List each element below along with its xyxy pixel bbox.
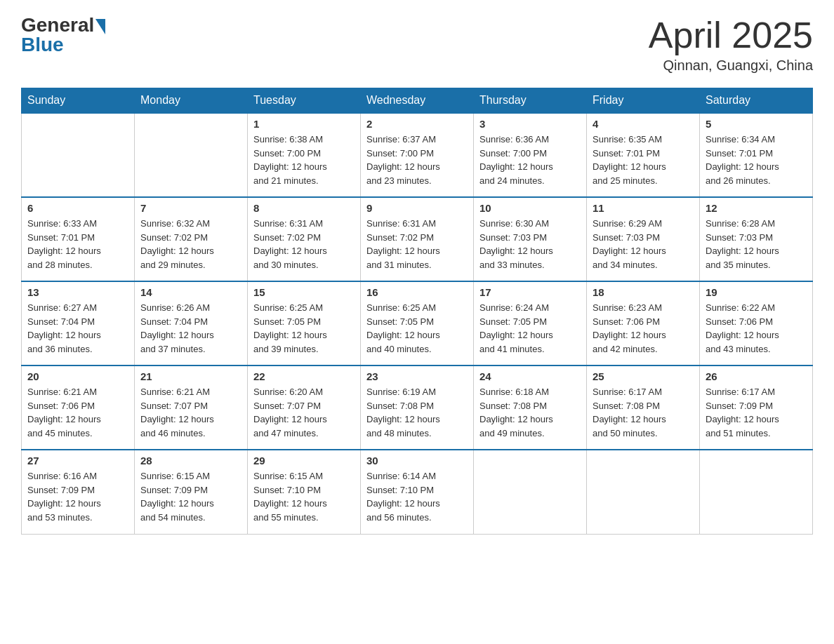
calendar-day-cell: 1Sunrise: 6:38 AMSunset: 7:00 PMDaylight…: [248, 113, 361, 197]
day-info: Sunrise: 6:31 AMSunset: 7:02 PMDaylight:…: [253, 217, 355, 271]
calendar-title: April 2025: [649, 14, 813, 56]
day-info: Sunrise: 6:15 AMSunset: 7:10 PMDaylight:…: [253, 469, 355, 524]
calendar-day-cell: 20Sunrise: 6:21 AMSunset: 7:06 PMDayligh…: [22, 365, 135, 450]
day-info: Sunrise: 6:21 AMSunset: 7:07 PMDaylight:…: [140, 385, 241, 440]
calendar-subtitle: Qinnan, Guangxi, China: [649, 58, 813, 74]
day-number: 2: [366, 118, 468, 130]
calendar-day-cell: 9Sunrise: 6:31 AMSunset: 7:02 PMDaylight…: [361, 197, 474, 281]
calendar-day-cell: 17Sunrise: 6:24 AMSunset: 7:05 PMDayligh…: [474, 281, 587, 365]
day-info: Sunrise: 6:25 AMSunset: 7:05 PMDaylight:…: [253, 301, 355, 356]
calendar-day-cell: 4Sunrise: 6:35 AMSunset: 7:01 PMDaylight…: [587, 113, 700, 197]
day-info: Sunrise: 6:37 AMSunset: 7:00 PMDaylight:…: [366, 133, 468, 187]
day-number: 16: [366, 286, 468, 298]
calendar-day-cell: 27Sunrise: 6:16 AMSunset: 7:09 PMDayligh…: [22, 450, 135, 534]
day-info: Sunrise: 6:34 AMSunset: 7:01 PMDaylight:…: [706, 133, 807, 187]
day-number: 27: [27, 455, 128, 467]
day-info: Sunrise: 6:28 AMSunset: 7:03 PMDaylight:…: [706, 217, 807, 271]
day-info: Sunrise: 6:24 AMSunset: 7:05 PMDaylight:…: [479, 301, 581, 356]
day-number: 23: [366, 370, 468, 382]
day-number: 1: [253, 118, 355, 130]
day-number: 10: [479, 202, 581, 214]
day-info: Sunrise: 6:17 AMSunset: 7:09 PMDaylight:…: [706, 385, 807, 440]
calendar-week-row: 20Sunrise: 6:21 AMSunset: 7:06 PMDayligh…: [22, 365, 813, 450]
day-number: 20: [27, 370, 128, 382]
day-info: Sunrise: 6:25 AMSunset: 7:05 PMDaylight:…: [366, 301, 468, 356]
calendar-day-cell: 21Sunrise: 6:21 AMSunset: 7:07 PMDayligh…: [135, 365, 248, 450]
calendar-day-cell: 10Sunrise: 6:30 AMSunset: 7:03 PMDayligh…: [474, 197, 587, 281]
day-number: 19: [706, 286, 807, 298]
calendar-day-cell: 24Sunrise: 6:18 AMSunset: 7:08 PMDayligh…: [474, 365, 587, 450]
day-of-week-header: Saturday: [700, 88, 813, 114]
day-number: 18: [593, 286, 694, 298]
calendar-day-cell: 23Sunrise: 6:19 AMSunset: 7:08 PMDayligh…: [361, 365, 474, 450]
day-info: Sunrise: 6:31 AMSunset: 7:02 PMDaylight:…: [366, 217, 468, 271]
day-info: Sunrise: 6:18 AMSunset: 7:08 PMDaylight:…: [479, 385, 581, 440]
day-number: 28: [140, 455, 241, 467]
day-number: 25: [593, 370, 694, 382]
calendar-day-cell: 13Sunrise: 6:27 AMSunset: 7:04 PMDayligh…: [22, 281, 135, 365]
day-number: 8: [253, 202, 355, 214]
calendar-day-cell: [135, 113, 248, 197]
day-of-week-header: Monday: [135, 88, 248, 114]
day-info: Sunrise: 6:27 AMSunset: 7:04 PMDaylight:…: [27, 301, 128, 356]
calendar-week-row: 27Sunrise: 6:16 AMSunset: 7:09 PMDayligh…: [22, 450, 813, 534]
day-info: Sunrise: 6:32 AMSunset: 7:02 PMDaylight:…: [140, 217, 241, 271]
day-info: Sunrise: 6:23 AMSunset: 7:06 PMDaylight:…: [593, 301, 694, 356]
day-number: 5: [706, 118, 807, 130]
calendar-day-cell: [587, 450, 700, 534]
day-of-week-header: Thursday: [474, 88, 587, 114]
calendar-day-cell: 11Sunrise: 6:29 AMSunset: 7:03 PMDayligh…: [587, 197, 700, 281]
logo-triangle-icon: [95, 19, 105, 34]
calendar-day-cell: 22Sunrise: 6:20 AMSunset: 7:07 PMDayligh…: [248, 365, 361, 450]
day-info: Sunrise: 6:26 AMSunset: 7:04 PMDaylight:…: [140, 301, 241, 356]
day-info: Sunrise: 6:33 AMSunset: 7:01 PMDaylight:…: [27, 217, 128, 271]
title-area: April 2025 Qinnan, Guangxi, China: [649, 14, 813, 74]
calendar-day-cell: [700, 450, 813, 534]
calendar-day-cell: 30Sunrise: 6:14 AMSunset: 7:10 PMDayligh…: [361, 450, 474, 534]
calendar-week-row: 6Sunrise: 6:33 AMSunset: 7:01 PMDaylight…: [22, 197, 813, 281]
calendar-day-cell: 25Sunrise: 6:17 AMSunset: 7:08 PMDayligh…: [587, 365, 700, 450]
day-number: 14: [140, 286, 241, 298]
day-info: Sunrise: 6:22 AMSunset: 7:06 PMDaylight:…: [706, 301, 807, 356]
day-number: 9: [366, 202, 468, 214]
calendar-day-cell: 2Sunrise: 6:37 AMSunset: 7:00 PMDaylight…: [361, 113, 474, 197]
calendar-day-cell: 18Sunrise: 6:23 AMSunset: 7:06 PMDayligh…: [587, 281, 700, 365]
day-number: 12: [706, 202, 807, 214]
calendar-day-cell: 5Sunrise: 6:34 AMSunset: 7:01 PMDaylight…: [700, 113, 813, 197]
day-info: Sunrise: 6:15 AMSunset: 7:09 PMDaylight:…: [140, 469, 241, 524]
calendar-day-cell: 15Sunrise: 6:25 AMSunset: 7:05 PMDayligh…: [248, 281, 361, 365]
calendar-table: SundayMondayTuesdayWednesdayThursdayFrid…: [21, 88, 813, 535]
day-info: Sunrise: 6:35 AMSunset: 7:01 PMDaylight:…: [593, 133, 694, 187]
calendar-day-cell: 7Sunrise: 6:32 AMSunset: 7:02 PMDaylight…: [135, 197, 248, 281]
calendar-header-row: SundayMondayTuesdayWednesdayThursdayFrid…: [22, 88, 813, 114]
day-number: 11: [593, 202, 694, 214]
day-info: Sunrise: 6:17 AMSunset: 7:08 PMDaylight:…: [593, 385, 694, 440]
calendar-day-cell: 28Sunrise: 6:15 AMSunset: 7:09 PMDayligh…: [135, 450, 248, 534]
day-info: Sunrise: 6:36 AMSunset: 7:00 PMDaylight:…: [479, 133, 581, 187]
day-info: Sunrise: 6:16 AMSunset: 7:09 PMDaylight:…: [27, 469, 128, 524]
day-of-week-header: Wednesday: [361, 88, 474, 114]
calendar-day-cell: 16Sunrise: 6:25 AMSunset: 7:05 PMDayligh…: [361, 281, 474, 365]
calendar-day-cell: 14Sunrise: 6:26 AMSunset: 7:04 PMDayligh…: [135, 281, 248, 365]
day-number: 3: [479, 118, 581, 130]
day-number: 29: [253, 455, 355, 467]
day-number: 26: [706, 370, 807, 382]
day-info: Sunrise: 6:14 AMSunset: 7:10 PMDaylight:…: [366, 469, 468, 524]
calendar-day-cell: 26Sunrise: 6:17 AMSunset: 7:09 PMDayligh…: [700, 365, 813, 450]
calendar-day-cell: 8Sunrise: 6:31 AMSunset: 7:02 PMDaylight…: [248, 197, 361, 281]
day-info: Sunrise: 6:20 AMSunset: 7:07 PMDaylight:…: [253, 385, 355, 440]
calendar-day-cell: 3Sunrise: 6:36 AMSunset: 7:00 PMDaylight…: [474, 113, 587, 197]
day-info: Sunrise: 6:30 AMSunset: 7:03 PMDaylight:…: [479, 217, 581, 271]
day-number: 4: [593, 118, 694, 130]
calendar-week-row: 1Sunrise: 6:38 AMSunset: 7:00 PMDaylight…: [22, 113, 813, 197]
day-info: Sunrise: 6:38 AMSunset: 7:00 PMDaylight:…: [253, 133, 355, 187]
calendar-day-cell: [474, 450, 587, 534]
day-of-week-header: Sunday: [22, 88, 135, 114]
day-number: 24: [479, 370, 581, 382]
calendar-day-cell: 29Sunrise: 6:15 AMSunset: 7:10 PMDayligh…: [248, 450, 361, 534]
day-number: 22: [253, 370, 355, 382]
day-number: 13: [27, 286, 128, 298]
day-number: 7: [140, 202, 241, 214]
page-header: General Blue April 2025 Qinnan, Guangxi,…: [21, 14, 813, 74]
calendar-day-cell: 6Sunrise: 6:33 AMSunset: 7:01 PMDaylight…: [22, 197, 135, 281]
